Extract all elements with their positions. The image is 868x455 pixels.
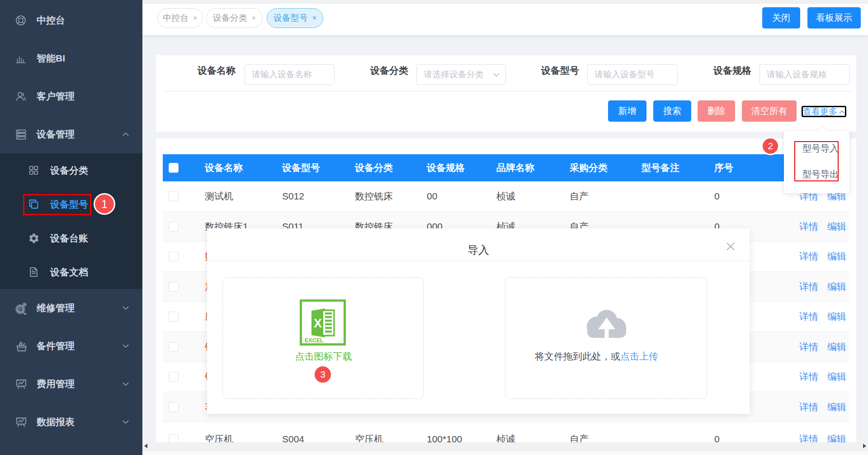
svg-text:X: X [314, 317, 322, 330]
svg-text:EXCEL: EXCEL [305, 337, 324, 344]
